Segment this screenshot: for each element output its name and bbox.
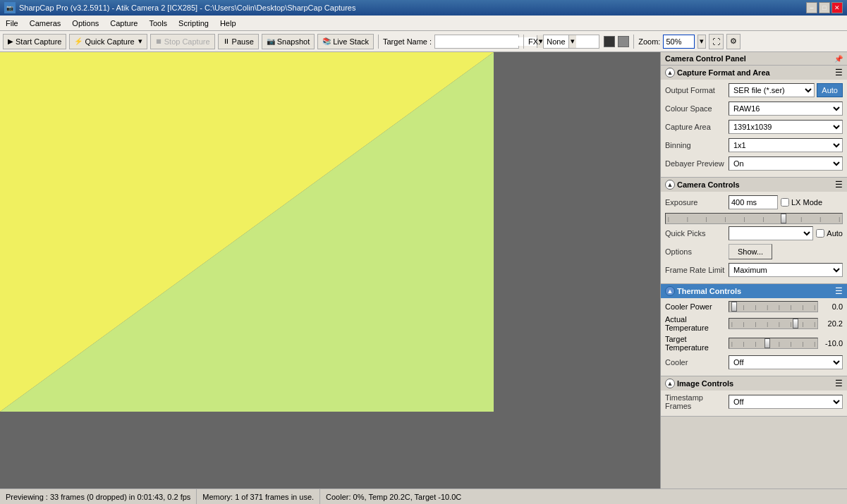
- options-control: Show...: [729, 244, 843, 259]
- capture-format-collapse-icon[interactable]: ▲: [665, 68, 675, 78]
- start-capture-button[interactable]: ▶ Start Capture: [3, 34, 66, 49]
- menu-scripting[interactable]: Scripting: [173, 16, 214, 30]
- thermal-controls-menu-icon[interactable]: ☰: [835, 286, 843, 296]
- lx-mode-checkbox[interactable]: [781, 198, 789, 207]
- target-temp-thumb[interactable]: [764, 338, 770, 348]
- capture-area-select[interactable]: 1391x1039: [729, 120, 843, 134]
- title-bar-title: SharpCap Pro (v3.2.5911) - Atik Camera 2…: [19, 4, 356, 12]
- zoom-dropdown-arrow[interactable]: ▾: [697, 35, 706, 49]
- output-format-select[interactable]: SER file (*.ser): [729, 83, 815, 97]
- fx-value: None: [544, 37, 568, 46]
- close-button[interactable]: ✕: [831, 2, 843, 13]
- panel-pin-icon[interactable]: 📌: [834, 55, 843, 63]
- toolbar-separator-1: [378, 35, 379, 49]
- menu-cameras[interactable]: Cameras: [24, 16, 67, 30]
- snapshot-button[interactable]: 📷 Snapshot: [262, 34, 315, 49]
- minimize-button[interactable]: –: [806, 2, 817, 13]
- memory-status-text: Memory: 1 of 371 frames in use.: [202, 493, 314, 501]
- quick-picks-auto-label: Auto: [827, 229, 843, 238]
- camera-controls-menu-icon[interactable]: ☰: [835, 180, 843, 190]
- menu-tools[interactable]: Tools: [143, 16, 173, 30]
- cooler-power-thumb[interactable]: [731, 302, 737, 312]
- camera-controls-header[interactable]: ▲ Camera Controls ☰: [661, 178, 847, 192]
- binning-control: 1x1: [729, 138, 843, 152]
- app-icon: 📷: [4, 2, 16, 13]
- exposure-slider-track[interactable]: || || || || ||: [665, 213, 843, 224]
- toolbar: ▶ Start Capture ⚡ Quick Capture ▾ ⏹ Stop…: [0, 31, 847, 52]
- exposure-input-row: LX Mode: [729, 195, 843, 209]
- title-bar-controls: – □ ✕: [806, 2, 843, 13]
- fx-dropdown-arrow[interactable]: ▾: [568, 35, 576, 48]
- quick-picks-select[interactable]: [729, 226, 813, 240]
- zoom-fit-button[interactable]: ⛶: [709, 34, 724, 49]
- cooler-power-slider[interactable]: || || || ||: [729, 301, 818, 312]
- toolbar-separator-3: [633, 35, 634, 49]
- camera-controls-collapse-icon[interactable]: ▲: [665, 180, 675, 190]
- target-name-input[interactable]: ▾: [434, 35, 519, 49]
- show-button[interactable]: Show...: [729, 244, 772, 259]
- panel-header: Camera Control Panel 📌: [661, 52, 847, 66]
- exposure-label: Exposure: [665, 198, 729, 207]
- colour-space-row: Colour Space RAW16: [665, 101, 843, 116]
- frame-rate-select[interactable]: Maximum: [729, 263, 843, 277]
- menu-help[interactable]: Help: [214, 16, 242, 30]
- cooler-select[interactable]: Off: [729, 355, 843, 369]
- actual-temp-slider[interactable]: || || || ||: [729, 318, 818, 329]
- lx-mode-check: LX Mode: [781, 198, 822, 207]
- timestamp-select[interactable]: Off: [729, 395, 843, 409]
- target-temp-label: Target Temperature: [665, 335, 729, 352]
- quick-capture-button[interactable]: ⚡ Quick Capture ▾: [69, 34, 147, 49]
- image-controls-header[interactable]: ▲ Image Controls ☰: [661, 376, 847, 391]
- target-temp-value: -10.0: [818, 339, 843, 348]
- preview-area: [0, 52, 660, 488]
- fx-mode-swatch[interactable]: [618, 36, 629, 47]
- menu-options[interactable]: Options: [66, 16, 104, 30]
- target-temp-row: Target Temperature || || || || -1: [665, 335, 843, 352]
- menu-capture[interactable]: Capture: [104, 16, 143, 30]
- target-label: Target Name :: [383, 37, 432, 46]
- stop-capture-button[interactable]: ⏹ Stop Capture: [150, 34, 215, 49]
- exposure-input[interactable]: [729, 195, 778, 209]
- zoom-label: Zoom:: [638, 37, 660, 46]
- fx-color-swatch[interactable]: [604, 36, 615, 47]
- exposure-slider-thumb[interactable]: [781, 214, 786, 223]
- image-controls-content: Timestamp Frames Off: [661, 391, 847, 416]
- quick-capture-dropdown-icon[interactable]: ▾: [138, 37, 142, 46]
- thermal-controls-header[interactable]: ▲ Thermal Controls ☰: [661, 284, 847, 298]
- pause-button[interactable]: ⏸ Pause: [218, 34, 259, 49]
- status-bar: Previewing : 33 frames (0 dropped) in 0:…: [0, 488, 847, 504]
- target-temp-slider[interactable]: || || || ||: [729, 338, 818, 349]
- toolbar-separator-2: [523, 35, 524, 49]
- maximize-button[interactable]: □: [819, 2, 830, 13]
- menu-bar: File Cameras Options Capture Tools Scrip…: [0, 16, 847, 31]
- thermal-controls-content: Cooler Power || || || || 0.0: [661, 298, 847, 376]
- colour-space-select[interactable]: RAW16: [729, 102, 843, 116]
- actual-temp-thumb[interactable]: [793, 319, 798, 328]
- output-format-row: Output Format SER file (*.ser) Auto: [665, 82, 843, 98]
- live-stack-button[interactable]: 📚 Live Stack: [317, 34, 374, 49]
- image-controls-collapse-icon[interactable]: ▲: [665, 379, 675, 388]
- quick-capture-label: Quick Capture: [85, 37, 134, 46]
- colour-space-control: RAW16: [729, 102, 843, 116]
- thermal-controls-collapse-icon[interactable]: ▲: [665, 286, 675, 296]
- zoom-input[interactable]: [663, 35, 695, 49]
- output-format-auto-button[interactable]: Auto: [817, 83, 843, 97]
- thermal-controls-title: ▲ Thermal Controls: [665, 286, 741, 296]
- fx-select[interactable]: None ▾: [543, 35, 599, 49]
- pause-icon: ⏸: [223, 37, 230, 45]
- cooler-status-text: Cooler: 0%, Temp 20.2C, Target -10.0C: [326, 493, 461, 501]
- capture-format-header[interactable]: ▲ Capture Format and Area ☰: [661, 66, 847, 80]
- debayer-select[interactable]: On: [729, 156, 843, 171]
- zoom-settings-button[interactable]: ⚙: [726, 34, 741, 49]
- capture-format-menu-icon[interactable]: ☰: [835, 68, 843, 78]
- stop-capture-icon: ⏹: [155, 37, 162, 45]
- frame-rate-control: Maximum: [729, 263, 843, 277]
- capture-area-row: Capture Area 1391x1039: [665, 119, 843, 135]
- quick-picks-auto-check: Auto: [816, 229, 843, 238]
- target-name-field[interactable]: [435, 37, 537, 46]
- image-controls-menu-icon[interactable]: ☰: [835, 379, 843, 388]
- menu-file[interactable]: File: [0, 16, 24, 30]
- quick-picks-control: Auto: [729, 226, 843, 240]
- quick-picks-auto-checkbox[interactable]: [816, 229, 824, 238]
- binning-select[interactable]: 1x1: [729, 138, 843, 152]
